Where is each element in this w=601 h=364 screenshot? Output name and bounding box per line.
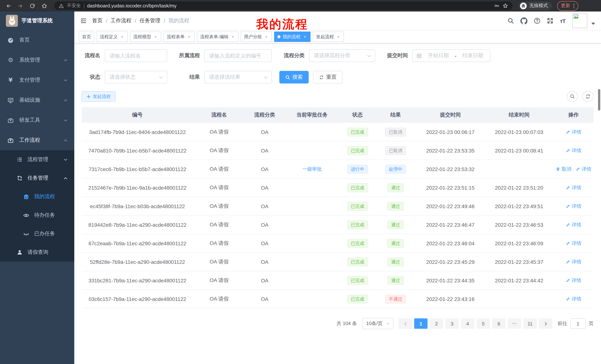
font-size-icon[interactable]: тT (560, 18, 565, 24)
goto-page-input[interactable] (570, 318, 586, 329)
sidebar-item-task-mgmt[interactable]: 任务管理 (0, 169, 74, 187)
fullscreen-icon[interactable] (547, 18, 554, 24)
result-badge: 通过 (387, 257, 404, 266)
sidebar-item-workflow[interactable]: 工作流程 (0, 130, 74, 150)
detail-link[interactable]: 详情 (576, 166, 591, 172)
key-icon[interactable] (494, 3, 500, 9)
hamburger-icon[interactable] (80, 18, 87, 24)
sidebar-item-home[interactable]: 首页 (0, 30, 74, 50)
forward-icon[interactable] (16, 1, 25, 10)
detail-label: 详情 (572, 221, 581, 228)
page-size-select[interactable]: 10条/页 (362, 318, 393, 329)
detail-link[interactable]: 详情 (566, 296, 581, 302)
cell-name: OA 请假 (193, 178, 245, 197)
filter-label-result: 结果 (178, 74, 200, 80)
page-button[interactable]: 6 (492, 318, 506, 329)
page-button[interactable]: 1 (414, 318, 428, 329)
chevron-down-icon[interactable] (591, 23, 595, 25)
breadcrumb-home[interactable]: 首页 (92, 18, 102, 24)
sidebar-item-system[interactable]: ⚙ 系统管理 (0, 50, 74, 70)
tab-process-form-edit[interactable]: 流程表单-编辑× (197, 31, 239, 42)
page-button[interactable]: 5 (477, 318, 490, 329)
tab-my-process[interactable]: 我的流程× (274, 31, 311, 42)
cell-id: 2152467e-7b9b-11ec-9a1b-acde48001122 (82, 178, 193, 197)
detail-link[interactable]: 详情 (566, 184, 581, 191)
detail-link[interactable]: 详情 (566, 147, 581, 154)
page-button[interactable]: 3 (445, 318, 459, 329)
sidebar-item-leave-query[interactable]: 请假查询 (0, 243, 74, 262)
cell-end-time: 2022-01-22 23:49:51 (485, 197, 553, 215)
cell-submit-time: 2022-01-22 23:45:29 (416, 252, 485, 271)
cell-end-time (485, 160, 553, 178)
sidebar-item-infra[interactable]: 基础设施 (0, 90, 74, 110)
tab-process-form[interactable]: 流程表单× (163, 31, 195, 42)
status-select[interactable]: 请选择状态 (105, 71, 167, 84)
github-icon[interactable] (521, 17, 528, 24)
sidebar-item-my-process[interactable]: 我的流程 (0, 187, 74, 206)
tab-process-definition[interactable]: 流程定义× (97, 31, 128, 42)
sidebar-item-todo-tasks[interactable]: 待办任务 (0, 206, 74, 224)
cell-result: 通过 (375, 234, 416, 252)
detail-link[interactable]: 详情 (566, 203, 581, 210)
result-select[interactable]: 请选择流结果 (204, 71, 272, 84)
detail-label: 详情 (572, 184, 581, 191)
tab-home[interactable]: 首页× (79, 31, 94, 42)
sidebar-item-process-mgmt[interactable]: 流程管理 (0, 150, 74, 169)
detail-link[interactable]: 详情 (566, 221, 581, 228)
bookmark-star-icon[interactable] (502, 3, 508, 9)
process-name-input[interactable] (105, 49, 167, 62)
close-icon[interactable]: × (264, 35, 269, 39)
sidebar-item-label: 请假查询 (28, 249, 68, 256)
cancel-link[interactable]: 取消 (556, 166, 571, 172)
url-bar[interactable]: 不安全 dashboard.yudao.iocoder.cn/bpm/task/… (54, 1, 513, 10)
update-button[interactable]: 更新 (557, 1, 578, 10)
cell-end-time: 2022-01-22 23:51:20 (485, 178, 553, 197)
breadcrumb-task-mgmt[interactable]: 任务管理 (140, 18, 160, 24)
close-icon[interactable]: × (336, 35, 341, 39)
submit-time-range-picker[interactable]: 开始日期 - 结束日期 (412, 49, 490, 62)
table-refresh-icon[interactable] (582, 91, 594, 102)
page-button[interactable]: 4 (461, 318, 474, 329)
table-search-icon[interactable] (567, 91, 578, 102)
goto-page: 前往 页 (558, 318, 594, 329)
detail-link[interactable]: 详情 (566, 129, 581, 135)
close-icon[interactable]: × (231, 35, 235, 39)
start-process-button[interactable]: 发起流程 (82, 91, 116, 102)
menu-dots-icon[interactable] (573, 3, 575, 8)
detail-link[interactable]: 详情 (566, 277, 581, 284)
help-icon[interactable] (534, 18, 541, 24)
close-icon[interactable]: × (153, 35, 158, 39)
reload-icon[interactable] (28, 1, 37, 10)
tab-start-process[interactable]: 发起流程× (313, 31, 344, 42)
detail-link[interactable]: 详情 (566, 240, 581, 247)
search-button[interactable]: 搜索 (279, 71, 309, 84)
tab-process-model[interactable]: 流程模型× (130, 31, 161, 42)
avatar[interactable] (572, 13, 587, 28)
current-task-link[interactable]: 一级审批 (302, 166, 322, 172)
sidebar-item-payment[interactable]: ¥ 支付管理 (0, 70, 74, 90)
reset-button[interactable]: 重置 (313, 71, 342, 84)
breadcrumb-workflow[interactable]: 工作流程 (111, 18, 131, 24)
category-select[interactable]: 请选择流程分类 (309, 49, 375, 62)
process-definition-input[interactable] (204, 49, 272, 62)
cell-status: 已完成 (340, 290, 375, 308)
sidebar-item-done-tasks[interactable]: 已办任务 (0, 224, 74, 243)
cell-category: OA (245, 215, 284, 234)
scrollbar-thumb[interactable] (598, 89, 600, 111)
next-page-icon[interactable] (539, 318, 552, 329)
page-button[interactable]: 2 (430, 318, 443, 329)
close-icon[interactable]: × (303, 35, 307, 39)
detail-link[interactable]: 详情 (566, 259, 581, 265)
close-icon[interactable]: × (187, 35, 191, 39)
cell-current-task (284, 252, 340, 271)
page-button[interactable]: 11 (523, 318, 537, 329)
sidebar-item-devtools[interactable]: 研发工具 (0, 110, 74, 130)
prev-page-icon[interactable] (399, 318, 412, 329)
back-icon[interactable] (4, 1, 13, 10)
close-icon[interactable]: × (120, 35, 124, 39)
search-icon[interactable] (508, 18, 514, 24)
home-icon[interactable] (39, 1, 49, 10)
page-ellipsis[interactable]: ••• (508, 318, 521, 329)
tab-label: 流程表单 (167, 34, 185, 40)
tab-user-group[interactable]: 用户分组× (241, 31, 272, 42)
